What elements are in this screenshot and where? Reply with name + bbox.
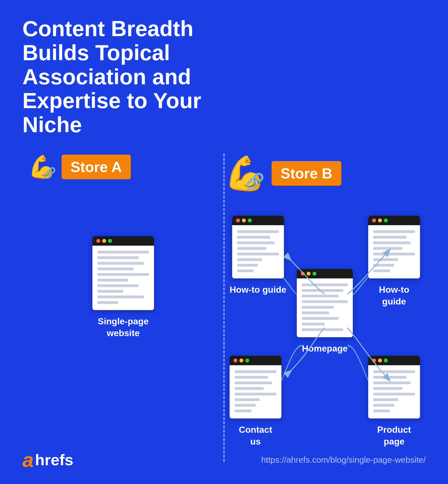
dot-yellow — [378, 218, 382, 222]
browser-bar — [230, 356, 281, 365]
content-line — [237, 236, 270, 239]
content-line — [302, 323, 325, 325]
store-b-badge: Store B — [272, 161, 341, 186]
content-line — [235, 376, 268, 379]
chain-icon-large: 🔗 — [245, 172, 265, 190]
content-line — [237, 230, 279, 233]
content-line — [373, 269, 390, 272]
store-b-header: 💪 🔗 Store B — [224, 154, 426, 193]
content-line — [235, 409, 251, 412]
dot-red — [301, 272, 305, 276]
contact-window — [230, 356, 281, 418]
browser-content — [232, 225, 284, 278]
howto-right-item: How-toguide — [368, 216, 420, 307]
homepage-window — [297, 269, 353, 337]
browser-content — [230, 365, 281, 418]
dot-red — [234, 359, 237, 362]
dot-red — [372, 218, 376, 222]
content-line — [97, 295, 144, 298]
dot-red — [372, 359, 376, 362]
browser-bar — [368, 216, 420, 225]
dot-yellow — [242, 218, 246, 222]
content-line — [302, 306, 334, 309]
content-line — [373, 381, 411, 384]
content-line — [237, 258, 262, 261]
ahrefs-text: hrefs — [35, 452, 73, 468]
ahrefs-logo: a hrefs — [22, 450, 73, 470]
content-line — [373, 247, 402, 250]
dot-yellow — [307, 272, 311, 276]
store-a-icon: 💪 🔗 — [28, 154, 56, 180]
product-item: Productpage — [368, 356, 420, 447]
diagram-area: 💪 🔗 Store A — [22, 154, 426, 462]
content-line — [373, 370, 415, 373]
content-line — [235, 387, 264, 390]
content-line — [373, 230, 415, 233]
dot-yellow — [239, 359, 243, 362]
homepage-item: Homepage — [297, 269, 353, 355]
content-line — [373, 404, 394, 407]
store-a-badge: Store A — [62, 155, 131, 179]
contact-label: Contactus — [239, 424, 272, 447]
content-line — [237, 269, 254, 272]
right-panel: 💪 🔗 Store B — [224, 154, 426, 462]
dot-green — [108, 239, 112, 243]
content-line — [97, 279, 128, 281]
content-line — [373, 241, 411, 244]
browser-content — [368, 225, 420, 278]
product-window — [368, 356, 420, 418]
ahrefs-a: a — [22, 450, 34, 470]
content-line — [373, 376, 407, 379]
content-line — [373, 387, 402, 390]
browser-content — [92, 246, 154, 310]
dot-green — [384, 359, 388, 362]
browser-bar — [92, 236, 154, 246]
store-b-network: How-to guide — [224, 202, 426, 484]
content-line — [237, 264, 258, 267]
content-line — [97, 301, 118, 304]
dot-green — [384, 218, 388, 222]
footer: a hrefs https://ahrefs.com/blog/single-p… — [22, 450, 426, 470]
content-line — [97, 251, 149, 253]
content-line — [302, 295, 339, 297]
content-line — [235, 370, 276, 373]
single-page-label: Single-pagewebsite — [98, 316, 148, 339]
dot-yellow — [378, 359, 382, 362]
content-line — [235, 393, 276, 395]
homepage-label: Homepage — [302, 343, 348, 355]
dot-red — [96, 239, 100, 243]
page-title: Content Breadth Builds Topical Associati… — [22, 17, 232, 137]
content-line — [373, 393, 415, 395]
content-line — [373, 398, 398, 401]
content-line — [97, 256, 139, 259]
content-line — [235, 398, 260, 401]
store-a-header: 💪 🔗 Store A — [28, 154, 131, 180]
content-line — [302, 289, 343, 292]
browser-content — [368, 365, 420, 418]
dot-yellow — [102, 239, 106, 243]
left-panel: 💪 🔗 Store A — [22, 154, 224, 462]
content-line — [237, 253, 279, 255]
content-line — [97, 290, 123, 293]
store-b-icon: 💪 🔗 — [224, 154, 266, 193]
howto-right-window — [368, 216, 420, 278]
content-line — [97, 267, 134, 270]
howto-left-label: How-to guide — [230, 284, 286, 296]
howto-left-item: How-to guide — [230, 216, 286, 296]
browser-bar — [297, 269, 353, 278]
content-line — [97, 284, 139, 287]
content-line — [302, 311, 329, 314]
content-line — [373, 253, 415, 255]
content-line — [302, 283, 348, 286]
dot-green — [245, 359, 249, 362]
footer-url: https://ahrefs.com/blog/single-page-webs… — [261, 455, 426, 465]
howto-right-label: How-toguide — [379, 284, 409, 307]
content-line — [237, 247, 266, 250]
product-label: Productpage — [377, 424, 411, 447]
content-line — [373, 236, 407, 239]
content-line — [302, 328, 343, 331]
dot-green — [312, 272, 316, 276]
browser-bar — [232, 216, 284, 225]
contact-item: Contactus — [230, 356, 281, 447]
content-line — [302, 317, 339, 320]
